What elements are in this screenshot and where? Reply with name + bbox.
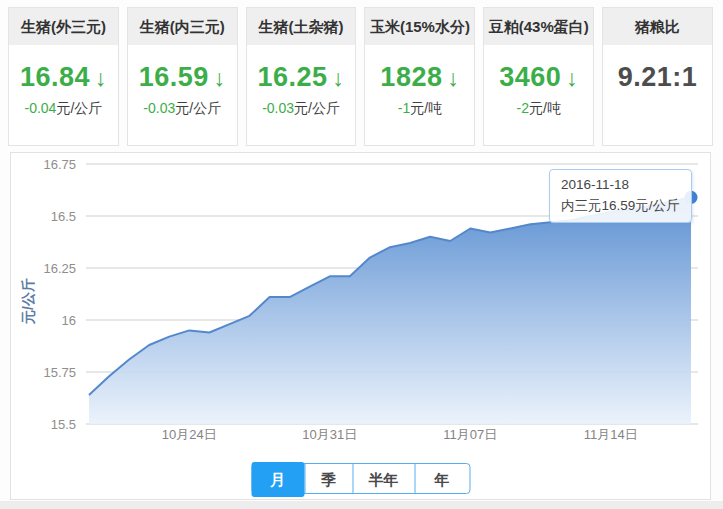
y-tick-label: 16.25 — [43, 261, 76, 276]
card-delta-unit: 元/吨 — [410, 100, 442, 116]
tab-month[interactable]: 月 — [251, 462, 304, 497]
arrow-down-icon: ↓ — [566, 65, 578, 91]
x-tick-label: 10月24日 — [162, 427, 217, 442]
price-card-pig-waisanyuan[interactable]: 生猪(外三元) 16.84↓ -0.04元/公斤 — [8, 7, 119, 146]
card-value: 16.25 — [258, 62, 328, 92]
card-value: 16.59 — [139, 62, 209, 92]
tooltip-value: 内三元16.59元/公斤 — [561, 196, 680, 217]
card-delta: -0.04 — [25, 100, 57, 116]
price-cards-row: 生猪(外三元) 16.84↓ -0.04元/公斤 生猪(内三元) 16.59↓ … — [8, 7, 713, 146]
tab-half-year[interactable]: 半年 — [352, 464, 414, 493]
arrow-down-icon: ↓ — [333, 65, 345, 91]
card-delta: -0.03 — [143, 100, 175, 116]
card-delta-unit: 元/吨 — [529, 100, 561, 116]
tab-quarter[interactable]: 季 — [304, 464, 352, 493]
card-delta: -2 — [517, 100, 529, 116]
card-value: 1828 — [380, 62, 442, 92]
page-footer-strip — [0, 501, 723, 509]
tab-year[interactable]: 年 — [414, 464, 469, 493]
y-axis-name: 元/公斤 — [20, 278, 36, 325]
price-card-soymeal[interactable]: 豆粕(43%蛋白) 3460↓ -2元/吨 — [483, 7, 594, 146]
arrow-down-icon: ↓ — [447, 65, 459, 91]
chart-tooltip: 2016-11-18 内三元16.59元/公斤 — [549, 169, 692, 223]
card-delta-unit: 元/公斤 — [294, 100, 340, 116]
card-title: 生猪(外三元) — [9, 8, 118, 45]
arrow-down-icon: ↓ — [214, 65, 226, 91]
card-delta-unit: 元/公斤 — [175, 100, 221, 116]
card-title: 豆粕(43%蛋白) — [484, 8, 593, 45]
price-card-corn[interactable]: 玉米(15%水分) 1828↓ -1元/吨 — [364, 7, 475, 146]
x-tick-label: 10月31日 — [302, 427, 357, 442]
card-title: 生猪(内三元) — [128, 8, 237, 45]
card-delta-unit: 元/公斤 — [56, 100, 102, 116]
card-value: 9.21:1 — [618, 62, 698, 92]
arrow-down-icon: ↓ — [95, 65, 107, 91]
price-trend-panel: 15.515.751616.2516.516.7510月24日10月31日11月… — [10, 152, 711, 500]
y-tick-label: 15.5 — [51, 417, 76, 432]
card-title: 玉米(15%水分) — [365, 8, 474, 45]
price-card-pig-grain-ratio[interactable]: 猪粮比 9.21:1 — [602, 7, 713, 146]
card-delta: -1 — [398, 100, 410, 116]
y-tick-label: 16.75 — [43, 157, 76, 172]
card-title: 猪粮比 — [603, 8, 712, 45]
tooltip-date: 2016-11-18 — [561, 175, 680, 196]
card-title: 生猪(土杂猪) — [247, 8, 356, 45]
y-tick-label: 15.75 — [43, 365, 76, 380]
price-card-pig-neisanyuan[interactable]: 生猪(内三元) 16.59↓ -0.03元/公斤 — [127, 7, 238, 146]
card-delta: -0.03 — [262, 100, 294, 116]
price-card-pig-tuzazhu[interactable]: 生猪(土杂猪) 16.25↓ -0.03元/公斤 — [246, 7, 357, 146]
y-tick-label: 16.5 — [51, 209, 76, 224]
period-tabs: 月 季 半年 年 — [251, 463, 470, 494]
card-value: 16.84 — [20, 62, 90, 92]
pig-price-dashboard: 生猪(外三元) 16.84↓ -0.04元/公斤 生猪(内三元) 16.59↓ … — [0, 0, 723, 509]
area-series — [89, 197, 691, 424]
y-tick-label: 16 — [62, 313, 76, 328]
x-tick-label: 11月14日 — [584, 427, 638, 442]
card-value: 3460 — [499, 62, 561, 92]
x-tick-label: 11月07日 — [443, 427, 497, 442]
